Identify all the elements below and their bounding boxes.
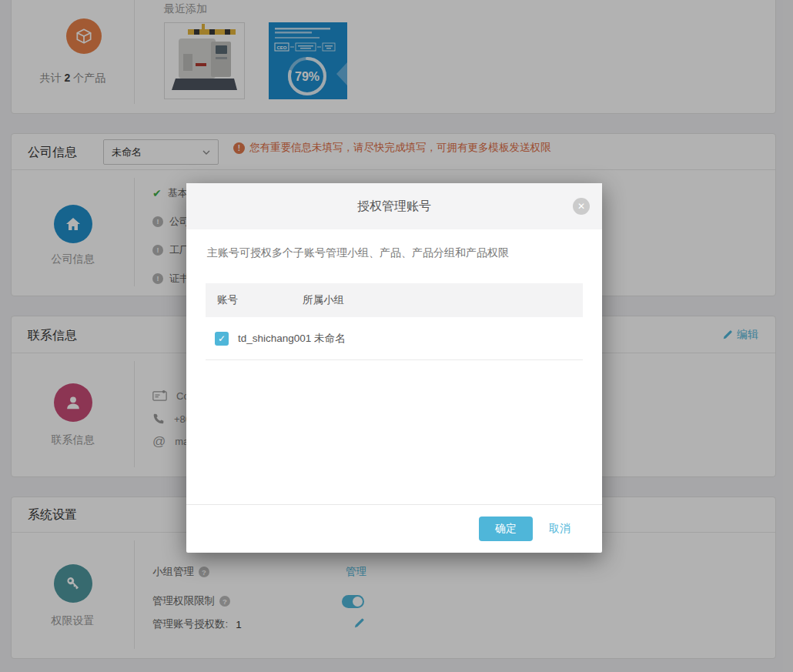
account-table-row: ✓ td_shichang001 未命名 bbox=[206, 317, 583, 360]
modal-description: 主账号可授权多个子账号管理小组、产品、产品分组和产品权限 bbox=[207, 246, 509, 260]
account-group: 未命名 bbox=[314, 333, 346, 344]
account-cell: td_shichang001 未命名 bbox=[238, 332, 346, 346]
column-group: 所属小组 bbox=[303, 293, 344, 307]
modal-footer: 确定 取消 bbox=[186, 504, 602, 553]
authorize-accounts-modal: 授权管理账号 ✕ 主账号可授权多个子账号管理小组、产品、产品分组和产品权限 账号… bbox=[186, 183, 602, 553]
confirm-button[interactable]: 确定 bbox=[479, 517, 533, 541]
modal-header: 授权管理账号 ✕ bbox=[186, 183, 602, 229]
close-icon[interactable]: ✕ bbox=[573, 198, 590, 215]
account-settings-page: 共计 2 个产品 最近添加 bbox=[0, 0, 793, 672]
accounts-table-header: 账号 所属小组 bbox=[206, 283, 583, 317]
account-checkbox[interactable]: ✓ bbox=[215, 332, 229, 346]
account-name: td_shichang001 bbox=[238, 333, 311, 344]
cancel-button[interactable]: 取消 bbox=[549, 522, 570, 536]
modal-title: 授权管理账号 bbox=[357, 199, 431, 215]
column-account: 账号 bbox=[217, 293, 238, 307]
